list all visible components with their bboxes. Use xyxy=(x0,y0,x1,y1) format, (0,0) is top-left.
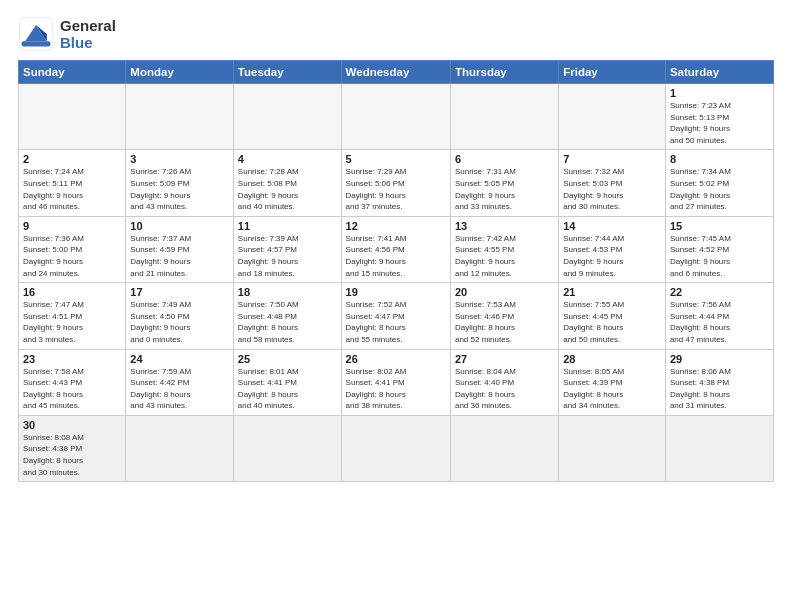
day-number: 23 xyxy=(23,353,121,365)
calendar-cell: 24Sunrise: 7:59 AM Sunset: 4:42 PM Dayli… xyxy=(126,349,234,415)
day-info: Sunrise: 7:56 AM Sunset: 4:44 PM Dayligh… xyxy=(670,299,769,345)
calendar-cell: 25Sunrise: 8:01 AM Sunset: 4:41 PM Dayli… xyxy=(233,349,341,415)
calendar-cell: 4Sunrise: 7:28 AM Sunset: 5:08 PM Daylig… xyxy=(233,150,341,216)
week-row-5: 23Sunrise: 7:58 AM Sunset: 4:43 PM Dayli… xyxy=(19,349,774,415)
weekday-friday: Friday xyxy=(559,61,666,84)
day-info: Sunrise: 7:59 AM Sunset: 4:42 PM Dayligh… xyxy=(130,366,229,412)
day-number: 21 xyxy=(563,286,661,298)
day-number: 2 xyxy=(23,153,121,165)
weekday-thursday: Thursday xyxy=(450,61,558,84)
day-number: 17 xyxy=(130,286,229,298)
day-info: Sunrise: 7:49 AM Sunset: 4:50 PM Dayligh… xyxy=(130,299,229,345)
day-number: 4 xyxy=(238,153,337,165)
day-info: Sunrise: 7:23 AM Sunset: 5:13 PM Dayligh… xyxy=(670,100,769,146)
day-info: Sunrise: 7:34 AM Sunset: 5:02 PM Dayligh… xyxy=(670,166,769,212)
week-row-3: 9Sunrise: 7:36 AM Sunset: 5:00 PM Daylig… xyxy=(19,216,774,282)
calendar-cell: 15Sunrise: 7:45 AM Sunset: 4:52 PM Dayli… xyxy=(665,216,773,282)
calendar-cell: 26Sunrise: 8:02 AM Sunset: 4:41 PM Dayli… xyxy=(341,349,450,415)
weekday-saturday: Saturday xyxy=(665,61,773,84)
calendar-cell: 18Sunrise: 7:50 AM Sunset: 4:48 PM Dayli… xyxy=(233,283,341,349)
day-number: 1 xyxy=(670,87,769,99)
day-info: Sunrise: 7:53 AM Sunset: 4:46 PM Dayligh… xyxy=(455,299,554,345)
calendar-cell: 9Sunrise: 7:36 AM Sunset: 5:00 PM Daylig… xyxy=(19,216,126,282)
calendar-cell: 7Sunrise: 7:32 AM Sunset: 5:03 PM Daylig… xyxy=(559,150,666,216)
calendar-cell: 29Sunrise: 8:06 AM Sunset: 4:38 PM Dayli… xyxy=(665,349,773,415)
calendar-cell xyxy=(233,415,341,481)
weekday-header-row: SundayMondayTuesdayWednesdayThursdayFrid… xyxy=(19,61,774,84)
page-header: General Blue xyxy=(18,16,774,52)
day-info: Sunrise: 7:36 AM Sunset: 5:00 PM Dayligh… xyxy=(23,233,121,279)
calendar-cell xyxy=(341,415,450,481)
week-row-4: 16Sunrise: 7:47 AM Sunset: 4:51 PM Dayli… xyxy=(19,283,774,349)
svg-rect-3 xyxy=(22,41,51,46)
calendar-cell: 5Sunrise: 7:29 AM Sunset: 5:06 PM Daylig… xyxy=(341,150,450,216)
day-number: 10 xyxy=(130,220,229,232)
day-info: Sunrise: 7:32 AM Sunset: 5:03 PM Dayligh… xyxy=(563,166,661,212)
day-info: Sunrise: 7:52 AM Sunset: 4:47 PM Dayligh… xyxy=(346,299,446,345)
calendar-cell xyxy=(450,415,558,481)
day-number: 20 xyxy=(455,286,554,298)
weekday-tuesday: Tuesday xyxy=(233,61,341,84)
day-number: 7 xyxy=(563,153,661,165)
day-info: Sunrise: 8:06 AM Sunset: 4:38 PM Dayligh… xyxy=(670,366,769,412)
calendar-cell xyxy=(450,84,558,150)
weekday-wednesday: Wednesday xyxy=(341,61,450,84)
weekday-sunday: Sunday xyxy=(19,61,126,84)
calendar-cell: 14Sunrise: 7:44 AM Sunset: 4:53 PM Dayli… xyxy=(559,216,666,282)
day-number: 30 xyxy=(23,419,121,431)
week-row-6: 30Sunrise: 8:08 AM Sunset: 4:38 PM Dayli… xyxy=(19,415,774,481)
day-info: Sunrise: 7:50 AM Sunset: 4:48 PM Dayligh… xyxy=(238,299,337,345)
day-number: 5 xyxy=(346,153,446,165)
day-info: Sunrise: 8:02 AM Sunset: 4:41 PM Dayligh… xyxy=(346,366,446,412)
day-number: 27 xyxy=(455,353,554,365)
day-info: Sunrise: 7:55 AM Sunset: 4:45 PM Dayligh… xyxy=(563,299,661,345)
calendar-cell: 11Sunrise: 7:39 AM Sunset: 4:57 PM Dayli… xyxy=(233,216,341,282)
calendar-cell xyxy=(19,84,126,150)
calendar-cell: 27Sunrise: 8:04 AM Sunset: 4:40 PM Dayli… xyxy=(450,349,558,415)
calendar-cell: 2Sunrise: 7:24 AM Sunset: 5:11 PM Daylig… xyxy=(19,150,126,216)
day-info: Sunrise: 7:39 AM Sunset: 4:57 PM Dayligh… xyxy=(238,233,337,279)
day-number: 12 xyxy=(346,220,446,232)
day-info: Sunrise: 8:04 AM Sunset: 4:40 PM Dayligh… xyxy=(455,366,554,412)
calendar-cell xyxy=(341,84,450,150)
day-number: 13 xyxy=(455,220,554,232)
calendar-cell: 23Sunrise: 7:58 AM Sunset: 4:43 PM Dayli… xyxy=(19,349,126,415)
day-info: Sunrise: 7:44 AM Sunset: 4:53 PM Dayligh… xyxy=(563,233,661,279)
day-info: Sunrise: 7:47 AM Sunset: 4:51 PM Dayligh… xyxy=(23,299,121,345)
calendar-cell xyxy=(559,84,666,150)
calendar-cell: 16Sunrise: 7:47 AM Sunset: 4:51 PM Dayli… xyxy=(19,283,126,349)
day-number: 16 xyxy=(23,286,121,298)
day-info: Sunrise: 7:37 AM Sunset: 4:59 PM Dayligh… xyxy=(130,233,229,279)
day-info: Sunrise: 7:29 AM Sunset: 5:06 PM Dayligh… xyxy=(346,166,446,212)
day-info: Sunrise: 7:26 AM Sunset: 5:09 PM Dayligh… xyxy=(130,166,229,212)
calendar-cell: 8Sunrise: 7:34 AM Sunset: 5:02 PM Daylig… xyxy=(665,150,773,216)
day-info: Sunrise: 8:05 AM Sunset: 4:39 PM Dayligh… xyxy=(563,366,661,412)
logo: General Blue xyxy=(18,16,116,52)
week-row-1: 1Sunrise: 7:23 AM Sunset: 5:13 PM Daylig… xyxy=(19,84,774,150)
day-number: 14 xyxy=(563,220,661,232)
calendar-cell: 20Sunrise: 7:53 AM Sunset: 4:46 PM Dayli… xyxy=(450,283,558,349)
calendar-cell: 30Sunrise: 8:08 AM Sunset: 4:38 PM Dayli… xyxy=(19,415,126,481)
day-info: Sunrise: 7:28 AM Sunset: 5:08 PM Dayligh… xyxy=(238,166,337,212)
day-info: Sunrise: 7:31 AM Sunset: 5:05 PM Dayligh… xyxy=(455,166,554,212)
logo-text: General Blue xyxy=(60,17,116,51)
calendar-cell xyxy=(126,415,234,481)
calendar-cell: 13Sunrise: 7:42 AM Sunset: 4:55 PM Dayli… xyxy=(450,216,558,282)
day-number: 25 xyxy=(238,353,337,365)
day-number: 9 xyxy=(23,220,121,232)
calendar-cell: 28Sunrise: 8:05 AM Sunset: 4:39 PM Dayli… xyxy=(559,349,666,415)
calendar-cell: 19Sunrise: 7:52 AM Sunset: 4:47 PM Dayli… xyxy=(341,283,450,349)
calendar-cell: 21Sunrise: 7:55 AM Sunset: 4:45 PM Dayli… xyxy=(559,283,666,349)
calendar-cell: 6Sunrise: 7:31 AM Sunset: 5:05 PM Daylig… xyxy=(450,150,558,216)
day-info: Sunrise: 8:01 AM Sunset: 4:41 PM Dayligh… xyxy=(238,366,337,412)
day-info: Sunrise: 7:42 AM Sunset: 4:55 PM Dayligh… xyxy=(455,233,554,279)
day-number: 3 xyxy=(130,153,229,165)
calendar-cell: 12Sunrise: 7:41 AM Sunset: 4:56 PM Dayli… xyxy=(341,216,450,282)
day-info: Sunrise: 8:08 AM Sunset: 4:38 PM Dayligh… xyxy=(23,432,121,478)
day-number: 26 xyxy=(346,353,446,365)
logo-icon xyxy=(18,16,54,52)
day-number: 28 xyxy=(563,353,661,365)
calendar-cell: 3Sunrise: 7:26 AM Sunset: 5:09 PM Daylig… xyxy=(126,150,234,216)
day-info: Sunrise: 7:41 AM Sunset: 4:56 PM Dayligh… xyxy=(346,233,446,279)
calendar-cell: 17Sunrise: 7:49 AM Sunset: 4:50 PM Dayli… xyxy=(126,283,234,349)
